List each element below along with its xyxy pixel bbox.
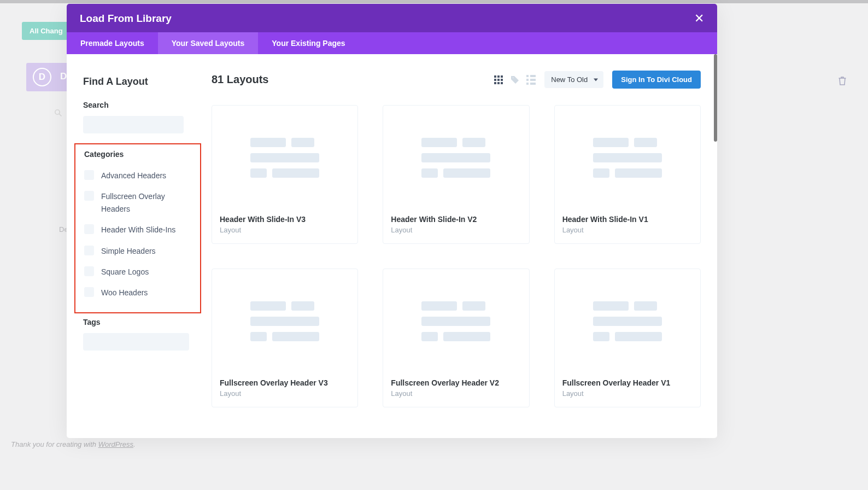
- checkbox-icon[interactable]: [84, 191, 94, 201]
- layout-card[interactable]: Fullscreen Overlay Header V1 Layout: [554, 269, 701, 407]
- layout-count-title: 81 Layouts: [212, 73, 268, 86]
- card-title: Header With Slide-In V2: [391, 215, 521, 224]
- categories-label: Categories: [84, 150, 192, 159]
- all-changes-button[interactable]: All Chang: [22, 22, 71, 40]
- signin-button[interactable]: Sign In To Divi Cloud: [612, 71, 701, 89]
- card-preview: [383, 106, 529, 209]
- layout-card[interactable]: Fullscreen Overlay Header V3 Layout: [212, 269, 358, 407]
- checkbox-icon[interactable]: [84, 170, 94, 180]
- card-title: Fullscreen Overlay Header V1: [562, 378, 693, 387]
- checkbox-icon[interactable]: [84, 246, 94, 255]
- main-header: 81 Layouts: [212, 71, 701, 89]
- category-label: Woo Headers: [101, 287, 148, 299]
- footer-credit-prefix: Thank you for creating with: [11, 440, 98, 448]
- checkbox-icon[interactable]: [84, 224, 94, 234]
- divi-logo-icon: D: [33, 68, 51, 86]
- category-fullscreen-overlay-headers[interactable]: Fullscreen Overlay Headers: [84, 186, 192, 219]
- layout-card[interactable]: Header With Slide-In V3 Layout: [212, 105, 358, 244]
- card-title: Header With Slide-In V3: [220, 215, 350, 224]
- card-preview: [555, 106, 700, 209]
- modal-title: Load From Library: [80, 13, 172, 25]
- tab-saved-layouts[interactable]: Your Saved Layouts: [158, 32, 259, 54]
- card-preview: [555, 269, 700, 373]
- wordpress-link[interactable]: WordPress: [98, 440, 133, 448]
- tags-label: Tags: [83, 318, 191, 326]
- sort-select[interactable]: New To Old: [544, 71, 603, 88]
- view-icons: [494, 75, 536, 85]
- category-woo-headers[interactable]: Woo Headers: [84, 282, 192, 303]
- find-a-layout-title: Find A Layout: [83, 76, 191, 88]
- layout-card[interactable]: Header With Slide-In V2 Layout: [383, 105, 529, 244]
- card-type: Layout: [391, 389, 521, 398]
- category-square-logos[interactable]: Square Logos: [84, 261, 192, 282]
- layout-cards: Header With Slide-In V3 Layout Hea: [212, 105, 701, 407]
- scrollbar[interactable]: [714, 54, 717, 142]
- card-preview: [212, 106, 357, 209]
- card-type: Layout: [220, 226, 350, 234]
- card-preview: [212, 269, 357, 373]
- search-label: Search: [83, 101, 191, 109]
- bg-topbar: [0, 0, 868, 3]
- tags-section: Tags: [83, 318, 191, 351]
- categories-section: Categories Advanced Headers Fullscreen O…: [74, 143, 201, 313]
- trash-icon[interactable]: [838, 77, 846, 88]
- footer-credit: Thank you for creating with WordPress.: [11, 440, 136, 448]
- category-label: Simple Headers: [101, 245, 156, 257]
- sidebar: Find A Layout Search Categories Advanced…: [67, 54, 206, 438]
- category-label: Header With Slide-Ins: [101, 224, 175, 236]
- tag-view-icon[interactable]: [511, 75, 519, 84]
- modal-body: Find A Layout Search Categories Advanced…: [67, 54, 717, 438]
- main-content: 81 Layouts: [206, 54, 717, 438]
- card-title: Fullscreen Overlay Header V2: [391, 378, 521, 387]
- checkbox-icon[interactable]: [84, 266, 94, 276]
- card-type: Layout: [220, 389, 350, 398]
- list-view-icon[interactable]: [526, 75, 536, 85]
- tab-premade-layouts[interactable]: Premade Layouts: [67, 32, 158, 54]
- card-type: Layout: [562, 389, 693, 398]
- search-input[interactable]: [83, 116, 184, 133]
- category-advanced-headers[interactable]: Advanced Headers: [84, 165, 192, 186]
- category-label: Fullscreen Overlay Headers: [101, 190, 192, 215]
- card-type: Layout: [562, 226, 693, 234]
- tags-input[interactable]: [83, 333, 189, 351]
- bg-purple-text: D: [60, 71, 67, 82]
- card-title: Fullscreen Overlay Header V3: [220, 378, 350, 387]
- controls: New To Old Sign In To Divi Cloud: [494, 71, 701, 89]
- layout-card[interactable]: Fullscreen Overlay Header V2 Layout: [383, 269, 529, 407]
- category-simple-headers[interactable]: Simple Headers: [84, 241, 192, 261]
- close-icon[interactable]: ✕: [694, 13, 704, 25]
- card-preview: [383, 269, 529, 373]
- checkbox-icon[interactable]: [84, 287, 94, 297]
- category-label: Square Logos: [101, 266, 149, 278]
- svg-line-1: [59, 114, 61, 116]
- bg-search-icon: [54, 109, 62, 118]
- card-type: Layout: [391, 226, 521, 234]
- category-label: Advanced Headers: [101, 170, 166, 182]
- layout-card[interactable]: Header With Slide-In V1 Layout: [554, 105, 701, 244]
- tab-existing-pages[interactable]: Your Existing Pages: [258, 32, 359, 54]
- sort-select-wrap: New To Old: [544, 71, 603, 88]
- modal-header: Load From Library ✕: [67, 4, 717, 32]
- library-modal: Load From Library ✕ Premade Layouts Your…: [67, 4, 717, 438]
- category-header-with-slide-ins[interactable]: Header With Slide-Ins: [84, 219, 192, 240]
- card-title: Header With Slide-In V1: [562, 215, 693, 224]
- modal-tabs: Premade Layouts Your Saved Layouts Your …: [67, 32, 717, 54]
- grid-view-icon[interactable]: [494, 75, 503, 84]
